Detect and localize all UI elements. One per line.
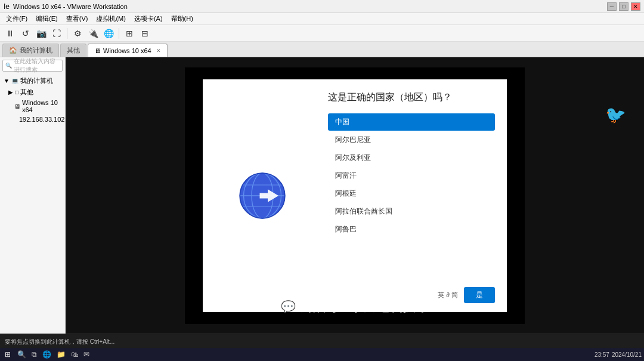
menu-file[interactable]: 文件(F): [2, 14, 31, 24]
watermark-text: 公众号 · 小白电脑技术: [299, 298, 428, 316]
folder-icon: □: [15, 89, 18, 95]
toolbar-revert-btn[interactable]: ↺: [19, 27, 32, 40]
taskbar-icon-folder[interactable]: 📁: [55, 350, 67, 359]
toolbar: ⏸ ↺ 📷 ⛶ ⚙ 🔌 🌐 ⊞ ⊟: [0, 25, 644, 42]
setup-left-panel: [203, 79, 322, 312]
toolbar-sep-1: [67, 28, 67, 39]
window-title: Windows 10 x64 - VMware Workstation: [13, 3, 128, 10]
country-item-argentina[interactable]: 阿根廷: [328, 185, 495, 202]
vm-icon: 🖥: [14, 103, 20, 110]
watermark: 💬 公众号 · 小白电脑技术: [281, 298, 428, 316]
tab-win10-close[interactable]: ✕: [156, 48, 161, 54]
country-item-afghanistan[interactable]: 阿富汗: [328, 167, 495, 184]
tree-item-win10[interactable]: 🖥 Windows 10 x64: [1, 98, 64, 115]
window-controls: ─ □ ✕: [607, 2, 640, 11]
tree-label-my-computer: 我的计算机: [20, 76, 53, 85]
toolbar-net-btn[interactable]: 🌐: [102, 27, 115, 40]
toolbar-sep-2: [119, 28, 119, 39]
title-bar: Ie Windows 10 x64 - VMware Workstation ─…: [0, 0, 644, 13]
close-button[interactable]: ✕: [631, 2, 640, 11]
country-item-algeria[interactable]: 阿尔及利亚: [328, 149, 495, 166]
main-area: 🔍 在此处输入内容进行搜索 ▼ 💻 我的计算机 ▶ □ 其他 🖥 Windows…: [0, 57, 644, 334]
tab-my-computer[interactable]: 🏠 我的计算机: [2, 44, 59, 57]
windows-setup-dialog: 这是正确的国家（地区）吗？ 中国 阿尔巴尼亚 阿尔及利亚 阿富汗: [203, 79, 507, 312]
toolbar-extra2-btn[interactable]: ⊟: [138, 27, 151, 40]
sidebar-tree: ▼ 💻 我的计算机 ▶ □ 其他 🖥 Windows 10 x64 192.16…: [0, 74, 65, 125]
tree-expand-other-icon: ▶: [8, 89, 13, 95]
tab-my-computer-label: 我的计算机: [20, 46, 52, 55]
globe-icon: [236, 169, 289, 223]
tab-win10-icon: 🖥: [94, 47, 101, 54]
status-bar: 要将焦点切换到此计算机，请按 Ctrl+Alt...: [0, 334, 644, 349]
tree-item-my-computer[interactable]: ▼ 💻 我的计算机: [1, 75, 64, 87]
menu-tabs[interactable]: 选项卡(A): [131, 14, 166, 24]
title-bar-left: Ie Windows 10 x64 - VMware Workstation: [4, 2, 128, 11]
tree-label-ip: 192.168.33.102: [19, 116, 64, 123]
country-list: 中国 阿尔巴尼亚 阿尔及利亚 阿富汗 阿根廷: [328, 113, 495, 280]
tree-label-other: 其他: [20, 88, 33, 97]
search-placeholder: 在此处输入内容进行搜索: [14, 57, 60, 74]
tree-expand-icon: ▼: [4, 78, 10, 84]
taskbar-time: 23:57: [595, 351, 609, 358]
country-item-aruba[interactable]: 阿鲁巴: [328, 221, 495, 238]
taskbar-icons: 🔍 ⧉ 🌐 📁 🛍 ✉: [16, 350, 91, 359]
vm-canvas[interactable]: 这是正确的国家（地区）吗？ 中国 阿尔巴尼亚 阿尔及利亚 阿富汗: [185, 67, 525, 324]
tab-other-label: 其他: [67, 46, 80, 55]
country-item-albania[interactable]: 阿尔巴尼亚: [328, 131, 495, 149]
tree-item-other[interactable]: ▶ □ 其他: [1, 87, 64, 98]
taskbar-icon-mail[interactable]: ✉: [82, 350, 91, 359]
country-item-uae[interactable]: 阿拉伯联合酋长国: [328, 203, 495, 220]
bird-icon: 🐦: [605, 105, 626, 125]
taskbar-icon-search[interactable]: 🔍: [16, 350, 28, 359]
status-text: 要将焦点切换到此计算机，请按 Ctrl+Alt...: [5, 338, 114, 346]
taskbar-icon-edge[interactable]: 🌐: [41, 350, 53, 359]
sidebar: 🔍 在此处输入内容进行搜索 ▼ 💻 我的计算机 ▶ □ 其他 🖥 Windows…: [0, 57, 66, 334]
sidebar-search[interactable]: 🔍 在此处输入内容进行搜索: [2, 60, 63, 72]
tab-win10[interactable]: 🖥 Windows 10 x64 ✕: [88, 44, 168, 57]
menu-help[interactable]: 帮助(H): [168, 14, 197, 24]
setup-right-panel: 这是正确的国家（地区）吗？ 中国 阿尔巴尼亚 阿尔及利亚 阿富汗: [322, 79, 507, 312]
toolbar-fullscreen-btn[interactable]: ⛶: [50, 27, 63, 40]
tab-my-computer-icon: 🏠: [9, 47, 17, 54]
toolbar-extra-btn[interactable]: ⊞: [123, 27, 136, 40]
toolbar-prefs-btn[interactable]: ⚙: [71, 27, 84, 40]
wechat-icon: 💬: [281, 300, 296, 314]
tabs-bar: 🏠 我的计算机 其他 🖥 Windows 10 x64 ✕: [0, 42, 644, 57]
menu-edit[interactable]: 编辑(E): [32, 14, 61, 24]
taskbar: ⊞ 🔍 ⧉ 🌐 📁 🛍 ✉ 23:57 2024/10/21: [0, 348, 644, 361]
minimize-button[interactable]: ─: [607, 2, 617, 11]
country-item-china[interactable]: 中国: [328, 113, 495, 131]
menu-vm[interactable]: 虚拟机(M): [92, 14, 129, 24]
tree-label-win10: Windows 10 x64: [22, 99, 61, 113]
toolbar-snapshot-btn[interactable]: 📷: [35, 27, 48, 40]
computer-icon: 💻: [11, 78, 18, 84]
taskbar-icon-task[interactable]: ⧉: [30, 350, 39, 359]
taskbar-right: 23:57 2024/10/21: [595, 351, 642, 358]
vm-content-area[interactable]: 这是正确的国家（地区）吗？ 中国 阿尔巴尼亚 阿尔及利亚 阿富汗: [66, 57, 644, 334]
menu-view[interactable]: 查看(V): [63, 14, 92, 24]
taskbar-date: 2024/10/21: [612, 351, 642, 358]
taskbar-icon-store[interactable]: 🛍: [69, 350, 80, 359]
tab-other[interactable]: 其他: [60, 44, 86, 57]
tree-item-ip[interactable]: 192.168.33.102: [1, 115, 64, 124]
taskbar-start[interactable]: ⊞: [2, 350, 13, 359]
search-icon: 🔍: [5, 63, 12, 69]
setup-title: 这是正确的国家（地区）吗？: [328, 91, 495, 104]
tab-win10-label: Windows 10 x64: [103, 47, 151, 54]
maximize-button[interactable]: □: [619, 2, 628, 11]
toolbar-usb-btn[interactable]: 🔌: [86, 27, 100, 40]
toolbar-power-btn[interactable]: ⏸: [4, 27, 17, 40]
yes-button[interactable]: 是: [464, 287, 495, 303]
app-icon: Ie: [4, 2, 10, 11]
lang-switch[interactable]: 英 ∂ 简: [438, 291, 458, 300]
menu-bar: 文件(F) 编辑(E) 查看(V) 虚拟机(M) 选项卡(A) 帮助(H): [0, 13, 644, 25]
